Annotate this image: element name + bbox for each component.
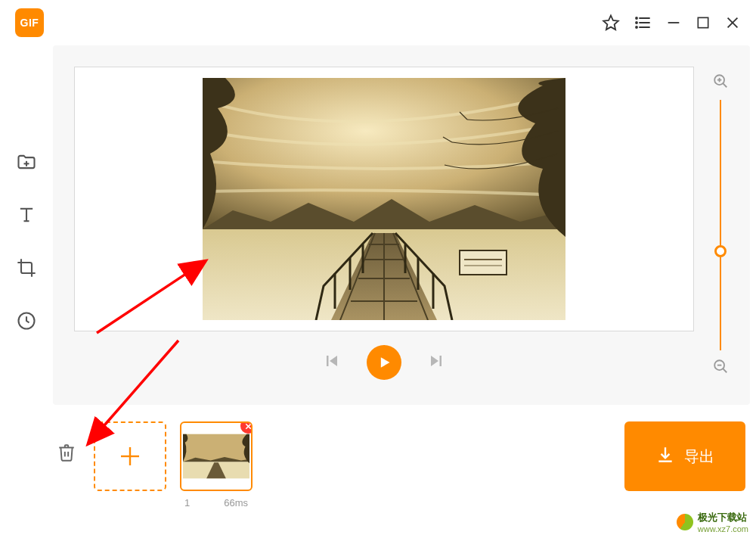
remove-frame-icon[interactable]	[240, 421, 253, 434]
maximize-icon[interactable]	[696, 15, 711, 30]
canvas-frame	[74, 67, 694, 331]
add-file-tool[interactable]	[16, 151, 37, 176]
watermark-text: 极光下载站	[698, 511, 748, 524]
titlebar: GIF	[0, 0, 756, 45]
preview-stage	[53, 45, 750, 405]
add-frame-button[interactable]	[94, 421, 166, 491]
svg-marker-37	[330, 356, 337, 366]
svg-point-4	[636, 17, 637, 19]
svg-marker-39	[431, 356, 438, 366]
zoom-handle[interactable]	[714, 245, 727, 257]
minimize-icon[interactable]	[665, 14, 682, 31]
frame-strip: 1 66ms 导出	[53, 421, 750, 508]
window-controls	[602, 14, 741, 32]
frame-index: 1	[184, 497, 190, 508]
play-button[interactable]	[367, 345, 401, 380]
svg-rect-8	[698, 17, 708, 27]
svg-rect-33	[460, 250, 507, 275]
list-icon[interactable]	[634, 14, 652, 32]
close-icon[interactable]	[724, 14, 741, 31]
svg-rect-52	[183, 434, 249, 462]
favorite-icon[interactable]	[602, 14, 620, 32]
watermark: 极光下载站 www.xz7.com	[677, 511, 748, 533]
frame-thumbnail[interactable]	[180, 421, 253, 491]
playback-controls	[74, 345, 694, 380]
zoom-track[interactable]	[720, 100, 721, 350]
zoom-slider[interactable]	[709, 73, 732, 378]
trash-icon[interactable]	[53, 443, 80, 462]
svg-point-6	[636, 26, 637, 28]
watermark-url: www.xz7.com	[698, 524, 748, 533]
duration-tool[interactable]	[16, 310, 37, 334]
sidebar	[0, 45, 53, 538]
svg-line-46	[723, 369, 727, 372]
app-logo-text: GIF	[20, 17, 39, 29]
watermark-logo-icon	[677, 514, 693, 530]
preview-image	[203, 78, 565, 320]
prev-frame-icon[interactable]	[323, 352, 341, 373]
download-icon	[655, 445, 675, 468]
frame-duration: 66ms	[224, 497, 248, 508]
export-label: 导出	[684, 446, 714, 467]
export-button[interactable]: 导出	[624, 421, 745, 491]
svg-point-5	[636, 22, 637, 23]
crop-tool[interactable]	[16, 257, 37, 281]
svg-line-42	[723, 83, 727, 87]
text-tool[interactable]	[16, 204, 37, 229]
frame-tile[interactable]: 1 66ms	[180, 421, 253, 508]
main-area: 1 66ms 导出	[53, 45, 756, 538]
zoom-out-icon[interactable]	[712, 358, 729, 378]
svg-marker-0	[603, 16, 618, 30]
app-logo: GIF	[15, 8, 44, 37]
next-frame-icon[interactable]	[427, 352, 445, 373]
zoom-in-icon[interactable]	[712, 73, 729, 92]
svg-rect-40	[440, 356, 442, 366]
svg-marker-38	[381, 357, 390, 367]
frame-meta: 1 66ms	[180, 497, 253, 508]
svg-rect-36	[327, 356, 329, 366]
